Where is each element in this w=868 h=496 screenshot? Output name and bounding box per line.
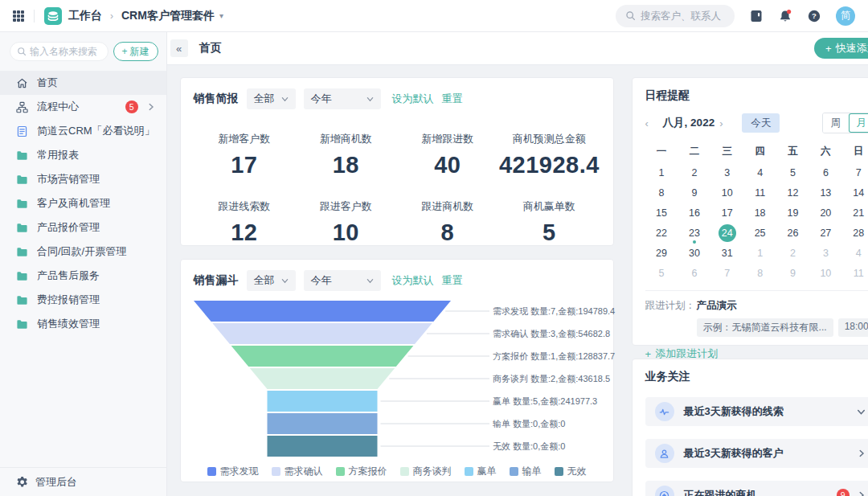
sidebar-item-0[interactable]: 首页 [0, 71, 166, 95]
calendar-day-4[interactable]: 4 [743, 163, 776, 182]
calendar-next-month-day-9[interactable]: 9 [776, 264, 809, 283]
chevron-right-icon[interactable] [858, 491, 866, 496]
business-item-1[interactable]: 最近3天新获得的客户 [645, 439, 868, 468]
calendar-day-12[interactable]: 12 [776, 183, 809, 203]
calendar-next-month-day-2[interactable]: 2 [776, 244, 809, 263]
sidebar-item-6[interactable]: 产品报价管理 [0, 215, 166, 240]
calendar-day-21[interactable]: 21 [842, 203, 868, 223]
workspace-label[interactable]: 工作台 [68, 9, 102, 23]
calendar-day-18[interactable]: 18 [743, 203, 776, 223]
sidebar-item-8[interactable]: 产品售后服务 [0, 264, 166, 288]
calendar-next-month-day-1[interactable]: 1 [743, 244, 776, 263]
app-title[interactable]: CRM客户管理套件 [121, 9, 215, 23]
legend-item-6[interactable]: 无效 [555, 465, 587, 478]
calendar-next-month-day-7[interactable]: 7 [710, 264, 743, 283]
calendar-next-month-day-5[interactable]: 5 [645, 264, 678, 283]
calendar-day-3[interactable]: 3 [710, 163, 743, 182]
legend-item-3[interactable]: 商务谈判 [400, 465, 452, 478]
month-toggle[interactable]: 月 [849, 113, 868, 133]
funnel-segment-3[interactable] [249, 368, 394, 389]
sidebar-item-1[interactable]: 流程中心5 [0, 95, 166, 119]
sidebar-search-input[interactable] [30, 46, 97, 57]
calendar-day-11[interactable]: 11 [743, 183, 776, 203]
chevron-right-icon[interactable] [147, 103, 155, 111]
calendar-day-20[interactable]: 20 [809, 203, 842, 223]
business-item-0[interactable]: 最近3天新获得的线索 [645, 397, 868, 426]
calendar-day-24[interactable]: 24 [710, 223, 743, 243]
funnel-segment-5[interactable] [267, 413, 377, 434]
admin-console-item[interactable]: 管理后台 [0, 467, 166, 496]
calendar-next-month-day-3[interactable]: 3 [809, 244, 842, 263]
calendar-day-28[interactable]: 28 [842, 223, 868, 243]
sales-funnel-set-default-link[interactable]: 设为默认 [392, 273, 434, 288]
today-button[interactable]: 今天 [742, 113, 780, 133]
chevron-down-icon[interactable] [857, 408, 866, 416]
calendar-day-7[interactable]: 7 [842, 163, 868, 182]
plan-company-tag[interactable]: 示例：无锡简道云科技有限... [697, 318, 833, 337]
funnel-segment-2[interactable] [231, 346, 413, 367]
calendar-day-17[interactable]: 17 [710, 203, 743, 223]
funnel-segment-6[interactable] [267, 436, 377, 457]
global-search-input[interactable] [641, 10, 721, 22]
calendar-day-15[interactable]: 15 [645, 203, 678, 223]
sidebar-search[interactable] [10, 42, 108, 61]
calendar-next-icon[interactable]: › [719, 117, 732, 129]
calendar-day-27[interactable]: 27 [809, 223, 842, 243]
calendar-day-8[interactable]: 8 [645, 183, 678, 203]
sidebar-item-7[interactable]: 合同/回款/开票管理 [0, 240, 166, 264]
sidebar-item-9[interactable]: 费控报销管理 [0, 288, 166, 312]
calendar-day-22[interactable]: 22 [645, 223, 678, 243]
calendar-day-14[interactable]: 14 [842, 183, 868, 203]
collapse-sidebar-icon[interactable]: « [170, 39, 188, 57]
sidebar-item-3[interactable]: 常用报表 [0, 143, 166, 167]
app-grid-icon[interactable] [13, 10, 24, 22]
calendar-day-1[interactable]: 1 [645, 163, 678, 182]
calendar-day-29[interactable]: 29 [645, 244, 678, 263]
jiandaoyun-logo-icon[interactable] [44, 7, 62, 25]
calendar-next-month-day-8[interactable]: 8 [743, 264, 776, 283]
legend-item-2[interactable]: 方案报价 [336, 465, 387, 478]
calendar-day-2[interactable]: 2 [678, 163, 710, 182]
legend-item-0[interactable]: 需求发现 [207, 465, 259, 478]
sales-funnel-reset-link[interactable]: 重置 [442, 273, 463, 288]
week-toggle[interactable]: 周 [823, 113, 849, 133]
global-search[interactable] [616, 5, 735, 27]
calendar-next-month-day-11[interactable]: 11 [842, 264, 868, 283]
sales-brief-scope-dropdown[interactable]: 全部 [247, 88, 296, 109]
calendar-day-13[interactable]: 13 [809, 183, 842, 203]
funnel-segment-1[interactable] [212, 323, 432, 344]
chevron-right-icon[interactable] [858, 449, 866, 457]
calendar-day-31[interactable]: 31 [710, 244, 743, 263]
calendar-day-9[interactable]: 9 [678, 183, 710, 203]
calendar-day-26[interactable]: 26 [776, 223, 809, 243]
sales-funnel-scope-dropdown[interactable]: 全部 [247, 270, 296, 291]
funnel-segment-0[interactable] [194, 301, 451, 322]
legend-item-1[interactable]: 需求确认 [272, 465, 323, 478]
new-button[interactable]: +新建 [113, 42, 158, 61]
calendar-day-16[interactable]: 16 [678, 203, 710, 223]
sidebar-item-2[interactable]: 简道云CRM「必看说明」 [0, 119, 166, 143]
calendar-next-month-day-6[interactable]: 6 [678, 264, 710, 283]
notifications-bell-icon[interactable] [778, 9, 792, 23]
business-item-2[interactable]: 正在跟进的商机9 [645, 481, 868, 496]
avatar[interactable]: 简 [836, 6, 855, 26]
plan-title[interactable]: 产品演示 [697, 299, 868, 313]
funnel-segment-4[interactable] [267, 391, 377, 412]
sales-funnel-period-dropdown[interactable]: 今年 [304, 270, 381, 291]
calendar-next-month-day-10[interactable]: 10 [809, 264, 842, 283]
sidebar-item-10[interactable]: 销售绩效管理 [0, 312, 166, 336]
calendar-day-19[interactable]: 19 [776, 203, 809, 223]
legend-item-5[interactable]: 输单 [510, 465, 542, 478]
sales-brief-period-dropdown[interactable]: 今年 [304, 88, 381, 109]
legend-item-4[interactable]: 赢单 [465, 465, 497, 478]
calendar-day-30[interactable]: 30 [678, 244, 710, 263]
sidebar-item-5[interactable]: 客户及商机管理 [0, 191, 166, 215]
page-tab-home[interactable]: 首页 [199, 41, 222, 55]
contacts-book-icon[interactable] [749, 9, 764, 23]
calendar-next-month-day-4[interactable]: 4 [842, 244, 868, 263]
sidebar-item-4[interactable]: 市场营销管理 [0, 167, 166, 191]
calendar-prev-icon[interactable]: ‹ [645, 117, 658, 129]
sales-brief-set-default-link[interactable]: 设为默认 [392, 92, 434, 106]
app-title-caret-icon[interactable]: ▾ [219, 11, 223, 20]
calendar-day-6[interactable]: 6 [809, 163, 842, 182]
